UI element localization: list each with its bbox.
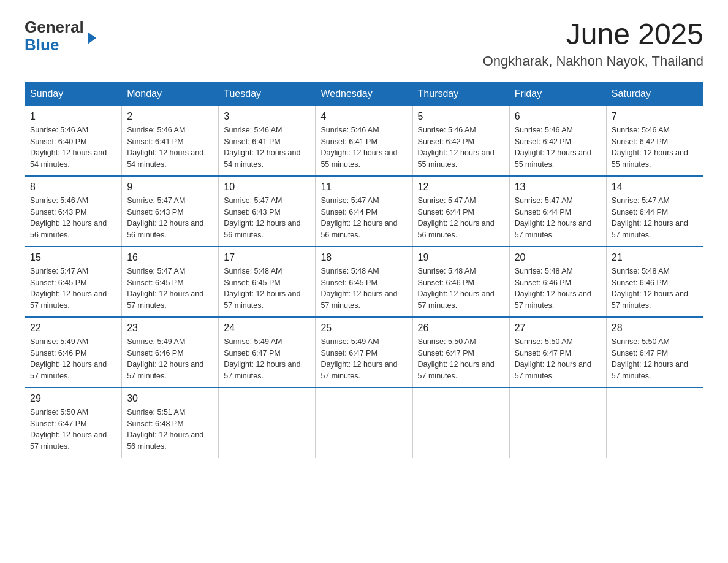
day-info: Sunrise: 5:48 AM Sunset: 6:46 PM Dayligh…	[515, 266, 601, 312]
day-info: Sunrise: 5:47 AM Sunset: 6:44 PM Dayligh…	[515, 195, 601, 241]
day-info: Sunrise: 5:46 AM Sunset: 6:42 PM Dayligh…	[612, 124, 698, 170]
day-number: 30	[127, 393, 213, 404]
logo-arrow-icon	[88, 32, 96, 44]
table-row: 27 Sunrise: 5:50 AM Sunset: 6:47 PM Dayl…	[509, 317, 606, 388]
calendar-subtitle: Ongkharak, Nakhon Nayok, Thailand	[483, 53, 703, 69]
day-number: 1	[30, 111, 116, 122]
day-number: 21	[612, 252, 698, 263]
day-info: Sunrise: 5:46 AM Sunset: 6:42 PM Dayligh…	[515, 124, 601, 170]
calendar-header-row: Sunday Monday Tuesday Wednesday Thursday…	[25, 82, 703, 105]
day-number: 9	[127, 182, 213, 193]
day-number: 22	[30, 323, 116, 334]
logo-blue-text: Blue	[25, 36, 84, 54]
day-number: 14	[612, 182, 698, 193]
day-info: Sunrise: 5:49 AM Sunset: 6:46 PM Dayligh…	[127, 336, 213, 382]
day-number: 24	[224, 323, 310, 334]
calendar-title: June 2025	[483, 18, 703, 51]
day-number: 12	[418, 182, 504, 193]
day-info: Sunrise: 5:47 AM Sunset: 6:45 PM Dayligh…	[127, 266, 213, 312]
day-info: Sunrise: 5:48 AM Sunset: 6:46 PM Dayligh…	[418, 266, 504, 312]
day-number: 26	[418, 323, 504, 334]
table-row: 7 Sunrise: 5:46 AM Sunset: 6:42 PM Dayli…	[606, 105, 703, 176]
day-info: Sunrise: 5:50 AM Sunset: 6:47 PM Dayligh…	[612, 336, 698, 382]
table-row	[509, 388, 606, 458]
table-row: 22 Sunrise: 5:49 AM Sunset: 6:46 PM Dayl…	[25, 317, 122, 388]
day-info: Sunrise: 5:48 AM Sunset: 6:46 PM Dayligh…	[612, 266, 698, 312]
table-row: 17 Sunrise: 5:48 AM Sunset: 6:45 PM Dayl…	[219, 247, 316, 317]
col-wednesday: Wednesday	[316, 82, 412, 105]
col-saturday: Saturday	[606, 82, 703, 105]
day-info: Sunrise: 5:46 AM Sunset: 6:41 PM Dayligh…	[224, 124, 310, 170]
table-row: 28 Sunrise: 5:50 AM Sunset: 6:47 PM Dayl…	[606, 317, 703, 388]
day-number: 13	[515, 182, 601, 193]
day-number: 17	[224, 252, 310, 263]
calendar-week-row: 29 Sunrise: 5:50 AM Sunset: 6:47 PM Dayl…	[25, 388, 703, 458]
calendar-week-row: 8 Sunrise: 5:46 AM Sunset: 6:43 PM Dayli…	[25, 176, 703, 247]
table-row: 12 Sunrise: 5:47 AM Sunset: 6:44 PM Dayl…	[412, 176, 509, 247]
day-number: 27	[515, 323, 601, 334]
day-number: 28	[612, 323, 698, 334]
day-info: Sunrise: 5:46 AM Sunset: 6:42 PM Dayligh…	[418, 124, 504, 170]
table-row: 25 Sunrise: 5:49 AM Sunset: 6:47 PM Dayl…	[316, 317, 412, 388]
table-row: 21 Sunrise: 5:48 AM Sunset: 6:46 PM Dayl…	[606, 247, 703, 317]
day-info: Sunrise: 5:47 AM Sunset: 6:45 PM Dayligh…	[30, 266, 116, 312]
day-number: 10	[224, 182, 310, 193]
day-info: Sunrise: 5:50 AM Sunset: 6:47 PM Dayligh…	[30, 407, 116, 453]
day-info: Sunrise: 5:47 AM Sunset: 6:44 PM Dayligh…	[612, 195, 698, 241]
day-info: Sunrise: 5:46 AM Sunset: 6:41 PM Dayligh…	[127, 124, 213, 170]
day-number: 23	[127, 323, 213, 334]
day-info: Sunrise: 5:46 AM Sunset: 6:43 PM Dayligh…	[30, 195, 116, 241]
day-number: 6	[515, 111, 601, 122]
day-number: 18	[320, 252, 407, 263]
table-row	[316, 388, 412, 458]
table-row: 16 Sunrise: 5:47 AM Sunset: 6:45 PM Dayl…	[122, 247, 219, 317]
col-thursday: Thursday	[412, 82, 509, 105]
table-row: 20 Sunrise: 5:48 AM Sunset: 6:46 PM Dayl…	[509, 247, 606, 317]
table-row: 6 Sunrise: 5:46 AM Sunset: 6:42 PM Dayli…	[509, 105, 606, 176]
day-number: 16	[127, 252, 213, 263]
page-header: General Blue June 2025 Ongkharak, Nakhon…	[25, 18, 703, 69]
table-row: 10 Sunrise: 5:47 AM Sunset: 6:43 PM Dayl…	[219, 176, 316, 247]
table-row: 19 Sunrise: 5:48 AM Sunset: 6:46 PM Dayl…	[412, 247, 509, 317]
table-row	[412, 388, 509, 458]
table-row: 24 Sunrise: 5:49 AM Sunset: 6:47 PM Dayl…	[219, 317, 316, 388]
day-info: Sunrise: 5:50 AM Sunset: 6:47 PM Dayligh…	[418, 336, 504, 382]
day-number: 4	[320, 111, 407, 122]
table-row: 5 Sunrise: 5:46 AM Sunset: 6:42 PM Dayli…	[412, 105, 509, 176]
calendar-week-row: 1 Sunrise: 5:46 AM Sunset: 6:40 PM Dayli…	[25, 105, 703, 176]
day-info: Sunrise: 5:49 AM Sunset: 6:47 PM Dayligh…	[320, 336, 407, 382]
logo: General Blue	[25, 18, 96, 53]
day-number: 3	[224, 111, 310, 122]
day-number: 20	[515, 252, 601, 263]
col-monday: Monday	[122, 82, 219, 105]
day-number: 7	[612, 111, 698, 122]
calendar-week-row: 22 Sunrise: 5:49 AM Sunset: 6:46 PM Dayl…	[25, 317, 703, 388]
table-row: 23 Sunrise: 5:49 AM Sunset: 6:46 PM Dayl…	[122, 317, 219, 388]
table-row: 8 Sunrise: 5:46 AM Sunset: 6:43 PM Dayli…	[25, 176, 122, 247]
calendar-week-row: 15 Sunrise: 5:47 AM Sunset: 6:45 PM Dayl…	[25, 247, 703, 317]
table-row: 4 Sunrise: 5:46 AM Sunset: 6:41 PM Dayli…	[316, 105, 412, 176]
table-row: 26 Sunrise: 5:50 AM Sunset: 6:47 PM Dayl…	[412, 317, 509, 388]
day-number: 2	[127, 111, 213, 122]
table-row: 1 Sunrise: 5:46 AM Sunset: 6:40 PM Dayli…	[25, 105, 122, 176]
calendar-table: Sunday Monday Tuesday Wednesday Thursday…	[25, 82, 703, 458]
day-number: 29	[30, 393, 116, 404]
day-info: Sunrise: 5:48 AM Sunset: 6:45 PM Dayligh…	[320, 266, 407, 312]
day-number: 11	[320, 182, 407, 193]
table-row: 15 Sunrise: 5:47 AM Sunset: 6:45 PM Dayl…	[25, 247, 122, 317]
table-row: 30 Sunrise: 5:51 AM Sunset: 6:48 PM Dayl…	[122, 388, 219, 458]
table-row: 9 Sunrise: 5:47 AM Sunset: 6:43 PM Dayli…	[122, 176, 219, 247]
col-sunday: Sunday	[25, 82, 122, 105]
day-info: Sunrise: 5:47 AM Sunset: 6:43 PM Dayligh…	[127, 195, 213, 241]
table-row	[219, 388, 316, 458]
day-info: Sunrise: 5:51 AM Sunset: 6:48 PM Dayligh…	[127, 407, 213, 453]
day-info: Sunrise: 5:47 AM Sunset: 6:44 PM Dayligh…	[418, 195, 504, 241]
day-number: 8	[30, 182, 116, 193]
day-number: 15	[30, 252, 116, 263]
day-info: Sunrise: 5:48 AM Sunset: 6:45 PM Dayligh…	[224, 266, 310, 312]
day-number: 19	[418, 252, 504, 263]
day-info: Sunrise: 5:49 AM Sunset: 6:47 PM Dayligh…	[224, 336, 310, 382]
day-number: 5	[418, 111, 504, 122]
table-row	[606, 388, 703, 458]
table-row: 11 Sunrise: 5:47 AM Sunset: 6:44 PM Dayl…	[316, 176, 412, 247]
